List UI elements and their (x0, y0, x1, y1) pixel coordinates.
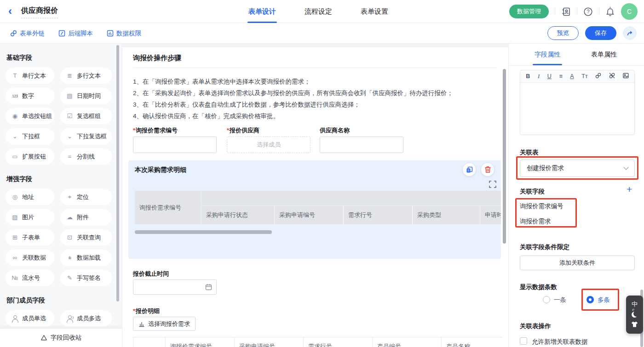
steps-heading[interactable]: 询报价操作步骤 (133, 54, 181, 63)
relation-field-item[interactable]: 询报价需求 (520, 217, 551, 226)
tab-flow-setting[interactable]: 流程设定 (305, 0, 332, 23)
language-toggle-icon[interactable]: 中c (632, 300, 638, 308)
help-icon[interactable]: ? (583, 7, 593, 17)
column-header: 产品编号 (373, 337, 442, 347)
bold-icon[interactable]: B (526, 73, 530, 80)
field-pill-subform[interactable]: ⊞子表单 (6, 229, 54, 246)
multi-line-text-icon: ≣ (66, 73, 74, 79)
field-pill-divider[interactable]: =分割线 (60, 148, 112, 165)
field-pill-relation-query[interactable]: ⊡关联查询 (60, 229, 112, 246)
bar-chart-icon (138, 321, 145, 327)
radio-single-label[interactable]: 一条 (554, 296, 566, 304)
field-pill-image[interactable]: ▧图片 (6, 209, 54, 226)
add-condition-button[interactable]: 添加关联条件 (520, 256, 635, 270)
user-avatar[interactable]: C (621, 3, 638, 20)
input-supplier-name[interactable] (320, 137, 403, 153)
divider (555, 8, 555, 15)
field-pill-signature[interactable]: ✎手写签名 (60, 270, 112, 286)
description-richtext-editor[interactable]: B I U ≡ A Tт (520, 70, 635, 135)
add-relation-field-button[interactable]: + (627, 185, 632, 193)
data-manage-button[interactable]: 数据管理 (509, 5, 549, 18)
allow-add-relation-label[interactable]: 允许新增关联表数据 (532, 338, 588, 346)
insert-link-icon[interactable] (595, 73, 601, 80)
field-pill-relation-data[interactable]: ∞关联数据 (6, 250, 54, 266)
font-size-icon[interactable]: Tт (581, 73, 587, 80)
allow-add-relation-checkbox[interactable] (520, 337, 527, 345)
expand-fullscreen-icon[interactable] (489, 181, 496, 188)
number-icon: 123 (11, 93, 19, 99)
contacts-book-icon[interactable] (561, 7, 571, 17)
field-recycle-bin[interactable]: 字段回收站 (0, 329, 122, 347)
italic-icon[interactable]: I (538, 73, 540, 80)
radio-single[interactable] (543, 296, 550, 303)
backend-script-action[interactable]: 后端脚本 (58, 29, 93, 38)
field-pill-location[interactable]: ⌖定位 (60, 189, 112, 205)
label-quote-detail: 报价明细 (133, 307, 160, 315)
remove-link-icon[interactable] (609, 73, 615, 80)
external-link-action[interactable]: 表单外链 (10, 29, 45, 38)
tab-form-properties[interactable]: 表单属性 (591, 51, 617, 59)
table-horizontal-scrollbar[interactable] (135, 230, 272, 234)
relation-field-item[interactable]: 询报价需求编号 (520, 202, 564, 210)
tab-form-setting[interactable]: 表单设置 (361, 0, 388, 23)
field-pill-datetime[interactable]: ▤日期时间 (60, 88, 112, 104)
field-pill-attachment[interactable]: ☁附件 (60, 209, 112, 226)
dark-mode-moon-icon[interactable] (632, 312, 638, 318)
underline-icon[interactable]: U (547, 73, 552, 80)
field-pill-single-line-text[interactable]: T单行文本 (6, 68, 54, 84)
steps-text[interactable]: 1、在「询报价需求」表单从需求池中选择本次要询报价的需求； 2、在「采购发起询价… (133, 76, 497, 122)
tab-form-design[interactable]: 表单设计 (248, 0, 276, 23)
input-quote-supplier[interactable]: 选择成员 (227, 137, 310, 153)
share-button[interactable] (623, 26, 637, 40)
insert-image-icon[interactable] (623, 73, 629, 80)
relation-data-icon: ∞ (11, 255, 19, 261)
back-icon[interactable]: ‹ (8, 5, 12, 17)
field-pill-data-load[interactable]: ılı数据加载 (60, 250, 112, 266)
script-icon (58, 30, 65, 37)
field-pill-radio-group[interactable]: ◉单选按钮组 (6, 108, 54, 125)
address-pin-icon: ◎ (11, 194, 19, 200)
radio-multiple[interactable] (586, 296, 594, 303)
field-pill-extend-button[interactable]: ▭扩展按钮 (6, 148, 54, 165)
save-button[interactable]: 保存 (585, 26, 616, 40)
sidebar-scrollbar[interactable] (116, 45, 119, 301)
heading-divider (133, 68, 497, 68)
field-pill-select[interactable]: ⌄下拉框 (6, 128, 54, 145)
purchase-detail-section[interactable]: 本次采购需求明细 询报价需求编号 采购申请行状态 采购申请编号 需求行号 采购类… (128, 160, 501, 259)
quote-detail-table: 询报价需求编号 采购申请编号 需求行号 产品编号 产品名称 (133, 337, 502, 347)
font-color-icon[interactable]: A (570, 73, 574, 80)
field-pill-checkbox-group[interactable]: ☑复选框组 (60, 108, 112, 125)
form-toolbar: 表单外链 后端脚本 数据权限 预览 保存 (0, 23, 644, 44)
canvas-scrollbar[interactable] (503, 69, 506, 244)
theme-shirt-icon[interactable] (631, 321, 638, 329)
relation-table-select[interactable]: 创建报价需求 (520, 159, 635, 177)
field-pill-serial-number[interactable]: №流水号 (6, 270, 54, 286)
select-inquiry-demand-button[interactable]: 选择询报价需求 (133, 317, 196, 331)
data-permission-action[interactable]: 数据权限 (107, 29, 141, 38)
field-pill-member-single[interactable]: 成员单选 (6, 310, 54, 327)
preview-button[interactable]: 预览 (547, 26, 579, 40)
input-quote-deadline[interactable] (133, 279, 217, 295)
column-header: 需求行号 (304, 337, 373, 347)
field-pill-multi-line-text[interactable]: ≣多行文本 (60, 68, 112, 84)
form-title[interactable]: 供应商报价 (21, 6, 58, 18)
field-pill-member-multi[interactable]: 成员多选 (60, 310, 112, 327)
display-count-label: 显示数据条数 (520, 283, 557, 291)
radio-icon: ◉ (11, 113, 19, 119)
richtext-toolbar: B I U ≡ A Tт (520, 70, 634, 83)
field-pill-address[interactable]: ◎地址 (6, 189, 54, 205)
radio-multiple-label[interactable]: 多条 (598, 296, 610, 304)
field-pill-multi-select[interactable]: ⌄下拉复选框 (60, 128, 112, 145)
relation-table-label: 关联表 (520, 148, 539, 157)
tab-field-properties[interactable]: 字段属性 (535, 51, 560, 59)
field-pill-number[interactable]: 123数字 (6, 88, 54, 104)
align-icon[interactable]: ≡ (559, 73, 562, 80)
input-inquiry-no[interactable] (133, 137, 217, 153)
copy-widget-button[interactable] (463, 163, 476, 176)
delete-widget-button[interactable] (481, 163, 494, 176)
location-crosshair-icon: ⌖ (66, 194, 74, 200)
extend-button-icon: ▭ (11, 154, 19, 160)
condition-label: 关联字段条件限定 (520, 243, 569, 251)
notification-bell-icon[interactable] (605, 6, 615, 17)
column-header: 采购申请编号 (274, 206, 343, 224)
